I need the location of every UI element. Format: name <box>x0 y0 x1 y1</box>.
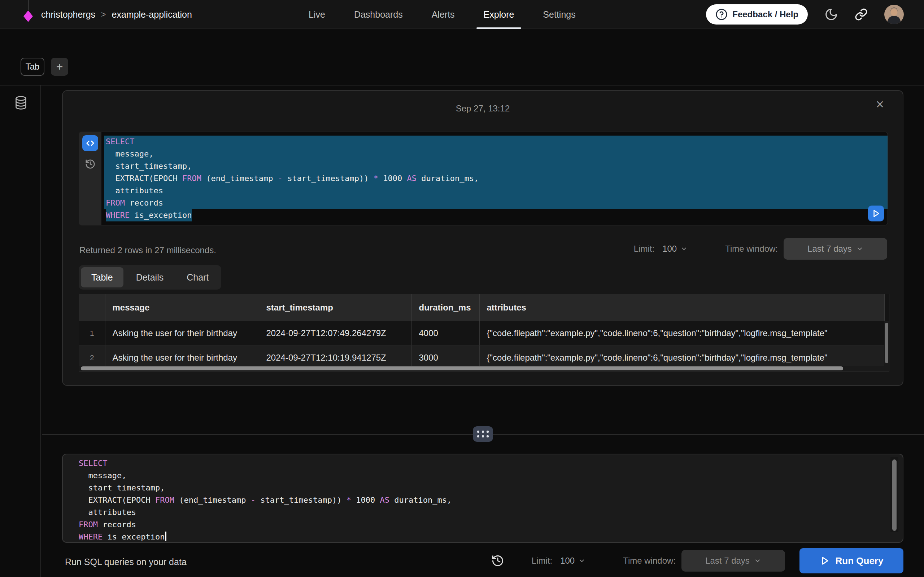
drag-dot <box>486 430 489 433</box>
query-result-card: Sep 27, 13:12 × <box>62 90 903 386</box>
table-header-row: messagestart_timestampduration_msattribu… <box>79 294 885 321</box>
editor-vertical-scrollbar-thumb[interactable] <box>892 459 897 531</box>
cell-message: Asking the user for their birthday <box>105 321 259 345</box>
code-line: FROM records <box>77 519 877 531</box>
editor-vertical-scrollbar[interactable] <box>890 457 898 532</box>
user-avatar[interactable] <box>884 5 904 24</box>
time-window-select[interactable]: Last 7 days <box>783 238 887 259</box>
logo-diamond-icon <box>23 10 33 22</box>
table-row[interactable]: 1Asking the user for their birthday2024-… <box>79 321 885 345</box>
history-icon <box>491 554 504 567</box>
limit-label: Limit: <box>634 244 654 254</box>
code-line: EXTRACT(EPOCH FROM (end_timestamp - star… <box>104 172 888 185</box>
text-cursor <box>165 532 166 541</box>
nav-item-dashboards[interactable]: Dashboards <box>354 0 403 29</box>
run-query-button[interactable]: Run Query <box>800 548 903 574</box>
chevron-down-icon <box>578 557 585 564</box>
run-query-label: Run Query <box>835 555 884 567</box>
feedback-help-label: Feedback / Help <box>732 10 798 19</box>
sql-editor-code[interactable]: SELECT message, start_timestamp, EXTRACT… <box>77 457 877 543</box>
logfire-logo-icon[interactable] <box>23 0 34 29</box>
primary-nav: LiveDashboardsAlertsExploreSettings <box>309 0 576 29</box>
cell-attributes: {"code.filepath":"example.py","code.line… <box>479 321 885 345</box>
sql-editor[interactable]: SELECT message, start_timestamp, EXTRACT… <box>62 454 903 543</box>
add-tab-button[interactable]: + <box>51 58 68 76</box>
nav-item-live[interactable]: Live <box>309 0 325 29</box>
code-snippet-button[interactable] <box>82 135 98 151</box>
code-line: attributes <box>77 506 877 519</box>
feedback-help-button[interactable]: Feedback / Help <box>706 4 808 24</box>
executed-query-block[interactable]: SELECT message, start_timestamp, EXTRACT… <box>79 132 888 226</box>
breadcrumb: christophergs > example-application <box>23 0 192 29</box>
history-icon <box>85 159 96 169</box>
top-nav: christophergs > example-application Live… <box>0 0 924 29</box>
time-window-value: Last 7 days <box>705 556 750 566</box>
nav-right-group: Feedback / Help <box>706 0 904 29</box>
schema-browser-button[interactable] <box>15 95 27 110</box>
limit-label: Limit: <box>531 556 552 566</box>
chevron-down-icon <box>754 557 761 564</box>
moon-icon <box>824 8 838 21</box>
table-horizontal-scrollbar[interactable] <box>79 366 884 371</box>
table-vertical-scrollbar[interactable] <box>884 321 889 371</box>
column-header-start_timestamp: start_timestamp <box>259 294 412 321</box>
table-body: 1Asking the user for their birthday2024-… <box>79 321 885 370</box>
table-vertical-scrollbar-thumb[interactable] <box>885 323 888 363</box>
close-result-button[interactable]: × <box>876 97 884 111</box>
drag-dot <box>482 430 484 433</box>
query-history-button[interactable] <box>85 159 96 169</box>
drag-dot <box>486 435 489 437</box>
query-timestamp: Sep 27, 13:12 <box>63 103 903 114</box>
limit-select[interactable]: 100 <box>560 556 585 566</box>
limit-value: 100 <box>560 556 575 566</box>
play-icon <box>820 556 830 566</box>
code-brackets-icon <box>85 138 95 148</box>
database-icon <box>15 95 27 110</box>
selected-text: WHERE is_exception <box>106 209 192 221</box>
breadcrumb-project[interactable]: example-application <box>112 10 192 20</box>
app-screen: christophergs > example-application Live… <box>0 0 924 577</box>
cell-duration_ms: 4000 <box>412 321 479 345</box>
code-line: start_timestamp, <box>77 482 877 494</box>
view-tab-table[interactable]: Table <box>81 267 123 287</box>
query-history-button[interactable] <box>491 554 504 567</box>
rerun-query-button[interactable] <box>868 206 884 221</box>
row-number: 1 <box>79 321 105 345</box>
column-header-message: message <box>105 294 259 321</box>
code-line: EXTRACT(EPOCH FROM (end_timestamp - star… <box>77 494 877 506</box>
nav-item-explore[interactable]: Explore <box>484 0 514 29</box>
query-gutter <box>79 132 102 225</box>
results-table-container: messagestart_timestampduration_msattribu… <box>79 294 889 371</box>
play-icon <box>871 209 881 218</box>
view-tab-details[interactable]: Details <box>126 267 174 287</box>
limit-select[interactable]: 100 <box>662 244 688 254</box>
code-line: WHERE is_exception <box>77 531 877 543</box>
left-sidebar <box>0 85 41 577</box>
limit-value: 100 <box>662 244 677 254</box>
result-view-tabs: TableDetailsChart <box>79 265 221 290</box>
code-line: message, <box>77 469 877 482</box>
theme-toggle-button[interactable] <box>824 8 838 21</box>
logo-line <box>28 0 29 10</box>
column-header-duration_ms: duration_ms <box>412 294 479 321</box>
nav-item-settings[interactable]: Settings <box>543 0 575 29</box>
share-link-button[interactable] <box>855 8 868 21</box>
help-circle-icon <box>716 8 728 21</box>
executed-sql-code: SELECT message, start_timestamp, EXTRACT… <box>102 132 888 225</box>
code-line: WHERE is_exception <box>104 209 888 221</box>
breadcrumb-separator: > <box>95 10 111 19</box>
code-line: FROM records <box>104 197 888 209</box>
breadcrumb-org[interactable]: christophergs <box>41 10 95 20</box>
time-window-value: Last 7 days <box>808 244 852 254</box>
view-tab-chart[interactable]: Chart <box>176 267 219 287</box>
time-window-select[interactable]: Last 7 days <box>682 550 785 572</box>
table-horizontal-scrollbar-thumb[interactable] <box>81 366 843 371</box>
code-line: attributes <box>104 185 888 197</box>
nav-item-alerts[interactable]: Alerts <box>432 0 455 29</box>
code-line: start_timestamp, <box>104 160 888 172</box>
split-drag-handle[interactable] <box>473 426 493 442</box>
chevron-down-icon <box>680 245 688 253</box>
code-line: SELECT <box>104 135 888 148</box>
query-tab[interactable]: Tab <box>21 58 44 76</box>
header-divider <box>0 85 924 85</box>
